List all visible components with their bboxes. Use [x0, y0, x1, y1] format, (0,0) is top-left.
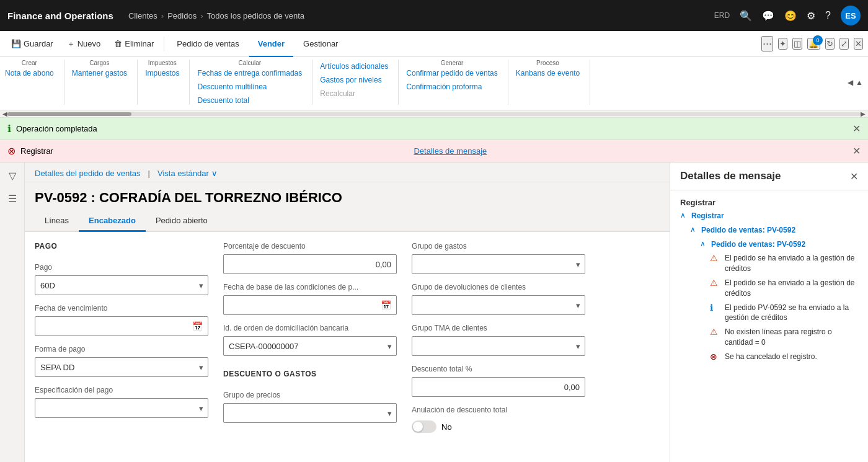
- ribbon-recalcular: Recalcular: [320, 89, 388, 98]
- tab-encabezado[interactable]: Encabezado: [79, 211, 146, 232]
- tab-vender[interactable]: Vender: [249, 31, 293, 57]
- refresh-icon[interactable]: ↻: [825, 38, 835, 50]
- top-navigation: Finance and Operations Clientes › Pedido…: [0, 0, 868, 31]
- ribbon-mantener-gastos[interactable]: Mantener gastos: [72, 69, 127, 78]
- scroll-track[interactable]: [7, 112, 861, 116]
- tree-toggle-1[interactable]: ∧: [680, 211, 688, 220]
- id-orden-select[interactable]: CSEPA-000000007: [223, 336, 397, 356]
- ribbon-kanbans[interactable]: Kanbans de evento: [516, 69, 580, 78]
- porcentaje-descuento-input[interactable]: [223, 254, 397, 274]
- right-panel-close-button[interactable]: ✕: [850, 171, 858, 182]
- tree-item-msg3: ℹ El pedido PV-0592 se ha enviado a la g…: [680, 303, 858, 324]
- ribbon-nota-abono[interactable]: Nota de abono: [5, 69, 54, 78]
- right-panel-body: Registrar ∧ Registrar ∧ Pedido de ventas…: [670, 190, 868, 373]
- breadcrumb-pedidos[interactable]: Pedidos: [167, 11, 197, 20]
- ribbon-confirmacion-proforma[interactable]: Confirmación proforma: [406, 82, 497, 91]
- toolbar-right-actions: ··· ✦ ◫ 🔔 0 ↻ ⤢ ✕: [761, 36, 863, 51]
- filter-icon[interactable]: ▽: [6, 167, 19, 184]
- ribbon-group-crear: Crear Nota de abono: [5, 60, 64, 105]
- record-tabs: Líneas Encabezado Pedido abierto: [25, 211, 670, 232]
- tree-toggle-3[interactable]: ∧: [700, 239, 707, 248]
- section-title-descuento: DESCUENTO O GASTOS: [223, 370, 397, 378]
- tab-pedido-abierto[interactable]: Pedido abierto: [146, 211, 218, 232]
- especificacion-pago-select[interactable]: [35, 398, 208, 418]
- help-icon[interactable]: ?: [825, 10, 831, 21]
- field-group-grupo-tma: Grupo TMA de clientes: [412, 324, 585, 356]
- breadcrumb-clientes[interactable]: Clientes: [128, 11, 157, 20]
- search-icon[interactable]: 🔍: [740, 10, 752, 22]
- anulacion-toggle[interactable]: [412, 420, 436, 433]
- fecha-base-input[interactable]: [229, 301, 381, 310]
- close-icon[interactable]: ✕: [854, 38, 863, 50]
- ribbon-scroll-right[interactable]: ▲: [856, 78, 863, 87]
- save-button[interactable]: 💾 Guardar: [5, 37, 60, 51]
- view-icon[interactable]: ◫: [792, 38, 802, 50]
- chevron-icon-1: ›: [161, 11, 164, 20]
- ribbon-articulos-adicionales[interactable]: Artículos adicionales: [320, 62, 388, 71]
- grupo-gastos-select[interactable]: [412, 254, 585, 274]
- error-alert-close[interactable]: ✕: [852, 145, 861, 157]
- more-options-icon[interactable]: ···: [761, 36, 773, 51]
- tree-toggle-2[interactable]: ∧: [690, 225, 698, 234]
- ribbon-scroll-left[interactable]: ◀: [848, 78, 853, 87]
- ribbon-impuestos[interactable]: Impuestos: [145, 69, 179, 78]
- descuento-total-input[interactable]: [412, 377, 585, 397]
- menu-icon[interactable]: ☰: [6, 190, 19, 207]
- ribbon-confirmar-pedido[interactable]: Confirmar pedido de ventas: [406, 69, 497, 78]
- section-title-pago: PAGO: [35, 242, 208, 251]
- settings-icon[interactable]: ⚙: [807, 10, 815, 22]
- label-grupo-devoluciones: Grupo de devoluciones de clientes: [412, 283, 585, 291]
- form-breadcrumb-link[interactable]: Detalles del pedido de ventas: [35, 169, 141, 178]
- notifications-wrapper: 🔔 0: [807, 38, 820, 50]
- horizontal-scrollbar[interactable]: ◀ ▶: [0, 110, 868, 118]
- ribbon-descuento-multilinea[interactable]: Descuento multilínea: [197, 82, 302, 91]
- ribbon-descuento-total[interactable]: Descuento total: [197, 96, 302, 105]
- scroll-thumb[interactable]: [7, 112, 131, 116]
- info-alert-close[interactable]: ✕: [852, 123, 861, 135]
- fecha-vencimiento-input-wrapper: 📅: [35, 316, 208, 336]
- label-anulacion: Anulación de descuento total: [412, 406, 585, 414]
- tree-pedido1-label: Pedido de ventas: PV-0592: [701, 225, 795, 236]
- pago-select[interactable]: 60D: [35, 275, 208, 295]
- forma-pago-select[interactable]: SEPA DD: [35, 357, 208, 377]
- emoji-icon[interactable]: 😊: [784, 10, 797, 22]
- avatar[interactable]: ES: [841, 6, 861, 25]
- label-pago: Pago: [35, 263, 208, 272]
- erd-badge: ERD: [714, 11, 730, 20]
- scroll-left-btn[interactable]: ◀: [2, 110, 7, 117]
- ribbon-group-impuestos-title: Impuestos: [145, 60, 179, 66]
- new-button[interactable]: ＋ Nuevo: [61, 36, 107, 52]
- grupo-precios-select[interactable]: [223, 403, 397, 423]
- scroll-right-btn[interactable]: ▶: [861, 110, 866, 117]
- calendar-icon-2[interactable]: 📅: [381, 300, 391, 310]
- pago-dropdown-wrapper: 60D: [35, 275, 208, 295]
- fecha-vencimiento-input[interactable]: [40, 322, 192, 331]
- ribbon-fechas-entrega[interactable]: Fechas de entrega confirmadas: [197, 69, 302, 78]
- ribbon-group-crear-title: Crear: [5, 60, 54, 66]
- warn-icon-1: ⚠: [710, 253, 721, 263]
- ribbon-gastos-niveles[interactable]: Gastos por niveles: [320, 76, 388, 84]
- tab-gestionar[interactable]: Gestionar: [294, 31, 347, 57]
- view-selector[interactable]: Vista estándar ∨: [157, 169, 218, 178]
- breadcrumb-todos[interactable]: Todos los pedidos de venta: [207, 11, 305, 20]
- info-icon-1: ℹ: [710, 303, 721, 313]
- delete-button[interactable]: 🗑 Eliminar: [108, 37, 160, 51]
- calendar-icon[interactable]: 📅: [192, 321, 203, 331]
- field-group-fecha-vencimiento: Fecha de vencimiento 📅: [35, 304, 208, 336]
- chat-icon[interactable]: 💬: [762, 10, 774, 22]
- field-group-especificacion-pago: Especificación del pago: [35, 386, 208, 418]
- pin-icon[interactable]: ✦: [778, 38, 787, 50]
- grupo-tma-select[interactable]: [412, 336, 585, 356]
- grupo-devoluciones-dropdown-wrapper: [412, 295, 585, 315]
- label-fecha-base: Fecha de base de las condiciones de p...: [223, 283, 397, 291]
- tab-pedido-ventas[interactable]: Pedido de ventas: [168, 31, 247, 57]
- field-group-grupo-gastos: Grupo de gastos: [412, 242, 585, 274]
- details-message-link[interactable]: Detalles de mensaje: [414, 146, 487, 156]
- label-especificacion-pago: Especificación del pago: [35, 386, 208, 394]
- tab-lineas[interactable]: Líneas: [35, 211, 79, 232]
- grupo-devoluciones-select[interactable]: [412, 295, 585, 315]
- expand-icon[interactable]: ⤢: [839, 38, 849, 50]
- label-grupo-precios: Grupo de precios: [223, 391, 397, 399]
- chevron-icon-2: ›: [200, 11, 203, 20]
- error-icon-1: ⊗: [710, 352, 721, 362]
